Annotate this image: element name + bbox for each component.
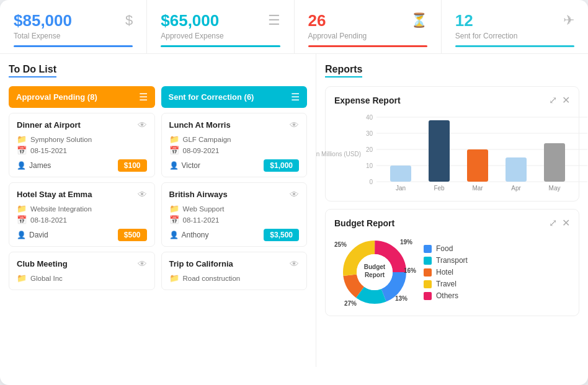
svg-rect-12 xyxy=(429,120,450,182)
svg-text:May: May xyxy=(549,185,561,192)
amount-dinner: $100 xyxy=(118,159,147,172)
stats-row: $85,000 $ Total Expense $65,000 ☰ Approv… xyxy=(0,0,588,54)
expense-bar-chart: 40 30 20 10 0 Jan Feb Mar xyxy=(358,112,587,193)
donut-chart-wrap: Budget Report 19% 16% 13% 27% 25% xyxy=(334,235,415,309)
date-lunch: 08-09-2021 xyxy=(183,147,220,154)
budget-legend: Food Transport Hotel Travel xyxy=(424,244,468,300)
content-row: To Do List Approval Pending (8) ☰ Dinner… xyxy=(0,54,588,367)
stat-bar-approval-pending xyxy=(308,45,427,47)
folder-icon-club: 📁 xyxy=(17,273,27,283)
task-card-trip: Trip to California 👁 📁 Road construction xyxy=(161,252,308,290)
approval-pending-header-title: Approval Pending (8) xyxy=(16,92,97,102)
send-icon: ✈ xyxy=(563,12,574,29)
stat-bar-total-expense xyxy=(14,45,133,47)
task-title-club: Club Meeting xyxy=(17,259,68,268)
todo-panel: To Do List Approval Pending (8) ☰ Dinner… xyxy=(0,54,316,367)
eye-icon-dinner[interactable]: 👁 xyxy=(138,120,147,130)
expand-expense-icon[interactable]: ⤢ xyxy=(549,94,557,106)
budget-report-card: Budget Report ⤢ ✕ xyxy=(325,209,579,316)
svg-text:40: 40 xyxy=(366,114,373,121)
close-budget-icon[interactable]: ✕ xyxy=(562,217,570,229)
stat-bar-sent-correction xyxy=(455,45,574,47)
legend-label-others: Others xyxy=(436,291,458,300)
folder-icon-hotel: 📁 xyxy=(17,204,27,213)
stat-total-expense: $85,000 $ Total Expense xyxy=(0,0,147,53)
folder-name-hotel: Website Integration xyxy=(30,205,92,213)
sent-correction-header: Sent for Correction (6) ☰ xyxy=(161,86,308,108)
svg-text:Mar: Mar xyxy=(472,185,483,192)
folder-icon-dinner: 📁 xyxy=(17,135,27,144)
user-icon-hotel: 👤 xyxy=(17,231,26,239)
folder-name-club: Global Inc xyxy=(30,275,63,282)
dollar-icon: $ xyxy=(125,12,133,29)
legend-dot-hotel xyxy=(424,268,432,277)
date-dinner: 08-15-2021 xyxy=(30,147,67,154)
svg-rect-14 xyxy=(467,149,488,182)
hourglass-icon: ⏳ xyxy=(411,12,427,29)
svg-rect-16 xyxy=(506,157,527,182)
pct-transport: 16% xyxy=(404,267,416,274)
pct-food: 19% xyxy=(400,239,412,246)
task-title-airways: British Airways xyxy=(169,190,228,199)
svg-text:10: 10 xyxy=(366,162,373,169)
stat-value-approval-pending: 26 xyxy=(308,11,326,30)
svg-text:Jan: Jan xyxy=(396,185,406,192)
stat-value-sent-correction: 12 xyxy=(455,11,473,30)
task-title-hotel: Hotel Stay at Emma xyxy=(17,190,92,199)
svg-rect-10 xyxy=(390,166,411,182)
folder-icon-trip: 📁 xyxy=(169,273,179,283)
budget-report-title: Budget Report xyxy=(334,218,394,228)
stat-bar-approved-expense xyxy=(161,45,280,47)
sent-correction-column: Sent for Correction (6) ☰ Lunch At Morri… xyxy=(161,86,308,295)
stat-value-total-expense: $85,000 xyxy=(14,11,72,30)
stat-label-approved-expense: Approved Expense xyxy=(161,32,280,40)
folder-name-trip: Road construction xyxy=(183,275,241,282)
approval-pending-column: Approval Pending (8) ☰ Dinner at Airport… xyxy=(9,86,155,295)
approval-pending-header: Approval Pending (8) ☰ xyxy=(9,86,155,108)
calendar-icon-dinner: 📅 xyxy=(17,146,27,155)
date-hotel: 08-18-2021 xyxy=(30,216,67,224)
pct-travel: 27% xyxy=(344,300,357,307)
calendar-icon-hotel: 📅 xyxy=(17,215,27,224)
legend-label-hotel: Hotel xyxy=(436,268,453,277)
filter-icon-correction[interactable]: ☰ xyxy=(291,91,300,103)
stat-value-approved-expense: $65,000 xyxy=(161,11,219,30)
filter-icon-approval[interactable]: ☰ xyxy=(139,91,148,103)
user-name-hotel: David xyxy=(29,231,48,239)
pct-others: 25% xyxy=(334,241,347,248)
todo-columns: Approval Pending (8) ☰ Dinner at Airport… xyxy=(9,86,307,295)
expand-budget-icon[interactable]: ⤢ xyxy=(549,217,557,229)
amount-hotel: $500 xyxy=(118,229,147,241)
task-card-lunch: Lunch At Morris 👁 📁 GLF Campaign 📅 08-09… xyxy=(161,113,308,177)
user-name-lunch: Victor xyxy=(182,161,200,170)
expense-report-title: Expense Report xyxy=(334,95,401,105)
amount-lunch: $1,000 xyxy=(264,159,299,172)
legend-food: Food xyxy=(424,244,468,253)
list-icon: ☰ xyxy=(268,12,280,29)
eye-icon-club[interactable]: 👁 xyxy=(138,259,147,269)
legend-dot-travel xyxy=(424,280,432,288)
eye-icon-lunch[interactable]: 👁 xyxy=(290,120,299,130)
eye-icon-trip[interactable]: 👁 xyxy=(290,259,299,269)
folder-name-airways: Web Support xyxy=(183,205,225,213)
calendar-icon-lunch: 📅 xyxy=(169,146,179,155)
eye-icon-airways[interactable]: 👁 xyxy=(290,189,299,200)
user-icon-dinner: 👤 xyxy=(17,161,26,170)
y-axis-label: In Millions (USD) xyxy=(316,150,361,157)
task-title-dinner: Dinner at Airport xyxy=(17,120,81,130)
task-card-hotel: Hotel Stay at Emma 👁 📁 Website Integrati… xyxy=(9,182,155,247)
amount-airways: $3,500 xyxy=(264,229,299,241)
svg-text:0: 0 xyxy=(369,179,373,185)
legend-label-transport: Transport xyxy=(436,256,468,265)
budget-content: Budget Report 19% 16% 13% 27% 25% xyxy=(334,235,570,309)
eye-icon-hotel[interactable]: 👁 xyxy=(138,189,147,200)
expense-report-card: Expense Report ⤢ ✕ In Millions (USD) xyxy=(325,86,579,201)
legend-label-travel: Travel xyxy=(436,280,457,288)
user-name-airways: Anthony xyxy=(182,231,209,239)
task-title-lunch: Lunch At Morris xyxy=(169,120,231,130)
close-expense-icon[interactable]: ✕ xyxy=(562,94,570,106)
legend-label-food: Food xyxy=(436,244,453,253)
svg-text:Apr: Apr xyxy=(511,185,521,192)
stat-label-sent-correction: Sent for Correction xyxy=(455,32,574,40)
pct-hotel: 13% xyxy=(395,295,408,302)
